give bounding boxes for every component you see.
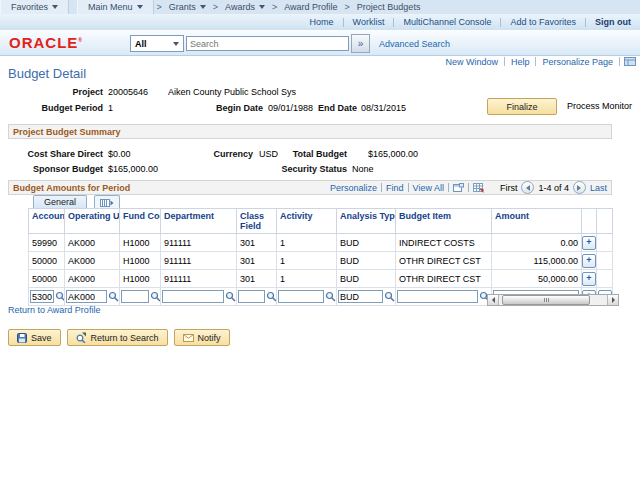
home-link[interactable]: Home xyxy=(301,17,343,27)
breadcrumb-separator: > xyxy=(154,2,165,12)
account-input[interactable] xyxy=(30,290,54,303)
budget-detail-screen: Favorites Main Menu > Grants > Awards > … xyxy=(0,0,640,480)
cell-activity-edit xyxy=(277,288,337,306)
budget-period-value: 1 xyxy=(108,103,113,113)
search-go-button[interactable]: » xyxy=(351,34,370,53)
breadcrumb-label: Award Profile xyxy=(284,2,337,12)
budget-item-input[interactable] xyxy=(397,290,478,303)
chevron-down-icon xyxy=(137,5,143,9)
department-input[interactable] xyxy=(162,290,224,303)
new-window-link[interactable]: New Window xyxy=(439,57,504,67)
operating-unit-input[interactable] xyxy=(66,290,107,303)
notify-button[interactable]: Notify xyxy=(174,329,230,346)
next-row-button[interactable] xyxy=(573,181,586,194)
breadcrumb-item-grants[interactable]: Grants xyxy=(165,2,210,12)
lookup-icon[interactable] xyxy=(225,291,236,302)
registered-mark: ® xyxy=(78,37,83,43)
favorites-menu[interactable]: Favorites xyxy=(0,0,69,14)
lookup-icon[interactable] xyxy=(266,291,277,302)
cell-add: + xyxy=(582,270,597,288)
class-field-input[interactable] xyxy=(238,290,265,303)
grip xyxy=(544,298,545,302)
return-to-search-button[interactable]: Return to Search xyxy=(67,329,168,346)
table-row: 50000 AK000 H1000 911111 301 1 BUD OTHR … xyxy=(29,270,613,288)
cell-end xyxy=(597,252,613,270)
lookup-icon[interactable] xyxy=(55,291,65,302)
activity-input[interactable] xyxy=(278,290,324,303)
analysis-type-input[interactable] xyxy=(338,290,383,303)
scroll-right-button[interactable] xyxy=(607,295,618,305)
total-budget-label: Total Budget xyxy=(245,149,347,159)
return-to-search-label: Return to Search xyxy=(91,333,159,343)
scrollbar-thumb[interactable] xyxy=(502,295,590,305)
col-activity: Activity xyxy=(277,209,337,234)
cell-class-field: 301 xyxy=(237,270,277,288)
return-to-award-profile-link[interactable]: Return to Award Profile xyxy=(8,305,100,315)
last-link[interactable]: Last xyxy=(590,183,607,193)
scroll-left-button[interactable] xyxy=(488,295,499,305)
save-label: Save xyxy=(31,333,52,343)
save-icon xyxy=(17,333,27,343)
brand-search-bar: ORACLE® All » Advanced Search xyxy=(0,30,640,56)
personalize-page-link[interactable]: Personalize Page xyxy=(536,57,619,67)
search-return-icon xyxy=(76,332,87,343)
search-group: All » Advanced Search xyxy=(130,34,450,53)
security-status-label: Security Status xyxy=(245,164,347,174)
zoom-grid-icon[interactable] xyxy=(453,183,464,192)
download-grid-icon[interactable] xyxy=(473,183,484,193)
sign-out-link[interactable]: Sign out xyxy=(586,17,640,27)
multichannel-console-link[interactable]: MultiChannel Console xyxy=(394,17,500,27)
return-link-label: Return to Award Profile xyxy=(8,305,100,315)
find-link[interactable]: Find xyxy=(386,183,404,193)
cell-fund-code: H1000 xyxy=(120,270,161,288)
personalize-link[interactable]: Personalize xyxy=(330,183,377,193)
finalize-button[interactable]: Finalize xyxy=(487,98,557,115)
process-monitor-link[interactable]: Process Monitor xyxy=(567,101,632,111)
lookup-icon[interactable] xyxy=(150,291,161,302)
lookup-icon[interactable] xyxy=(325,291,336,302)
view-all-link[interactable]: View All xyxy=(413,183,444,193)
cell-analysis-type: BUD xyxy=(337,252,396,270)
oracle-logo: ORACLE® xyxy=(9,34,83,51)
project-budget-summary-header: Project Budget Summary xyxy=(8,124,612,139)
cell-activity: 1 xyxy=(277,270,337,288)
cell-department-edit xyxy=(161,288,237,306)
page-title: Budget Detail xyxy=(8,66,86,81)
fund-code-input[interactable] xyxy=(121,290,149,303)
begin-date-label: Begin Date xyxy=(185,103,263,113)
col-class-field: Class Field xyxy=(237,209,277,234)
cell-fund-code: H1000 xyxy=(120,234,161,252)
budget-grid: Account Operating Unit Fund Code Departm… xyxy=(28,208,612,306)
cell-class-field-edit xyxy=(237,288,277,306)
summary-section-title: Project Budget Summary xyxy=(13,127,121,137)
main-menu[interactable]: Main Menu xyxy=(77,0,154,14)
cell-operating-unit-edit xyxy=(65,288,120,306)
cell-analysis-type: BUD xyxy=(337,270,396,288)
project-name: Aiken County Public School Sys xyxy=(168,87,296,97)
breadcrumb-item-project-budgets[interactable]: Project Budgets xyxy=(353,2,425,12)
add-row-button[interactable]: + xyxy=(582,236,596,250)
search-input[interactable] xyxy=(186,36,349,51)
advanced-search-link[interactable]: Advanced Search xyxy=(379,39,450,49)
lookup-icon[interactable] xyxy=(384,291,395,302)
grid-toolbar: Personalize Find View All First 1-4 of 4… xyxy=(330,181,607,194)
add-row-button[interactable]: + xyxy=(582,272,596,286)
save-button[interactable]: Save xyxy=(8,329,61,346)
add-to-favorites-link[interactable]: Add to Favorites xyxy=(501,17,585,27)
tab-general[interactable]: General xyxy=(33,195,87,209)
cell-department: 911111 xyxy=(161,252,237,270)
show-all-columns-tab[interactable] xyxy=(94,195,120,209)
add-row-button[interactable]: + xyxy=(582,254,596,268)
help-link[interactable]: Help xyxy=(505,57,536,67)
cell-fund-code: H1000 xyxy=(120,252,161,270)
breadcrumb-item-awards[interactable]: Awards xyxy=(221,2,269,12)
horizontal-scrollbar[interactable] xyxy=(487,294,619,306)
cell-activity: 1 xyxy=(277,234,337,252)
worklist-link[interactable]: Worklist xyxy=(344,17,394,27)
previous-row-button[interactable] xyxy=(521,181,534,194)
col-department: Department xyxy=(161,209,237,234)
breadcrumb-item-award-profile[interactable]: Award Profile xyxy=(280,2,341,12)
search-scope-dropdown[interactable]: All xyxy=(130,35,184,52)
layout-icon[interactable] xyxy=(620,57,640,66)
lookup-icon[interactable] xyxy=(108,291,119,302)
